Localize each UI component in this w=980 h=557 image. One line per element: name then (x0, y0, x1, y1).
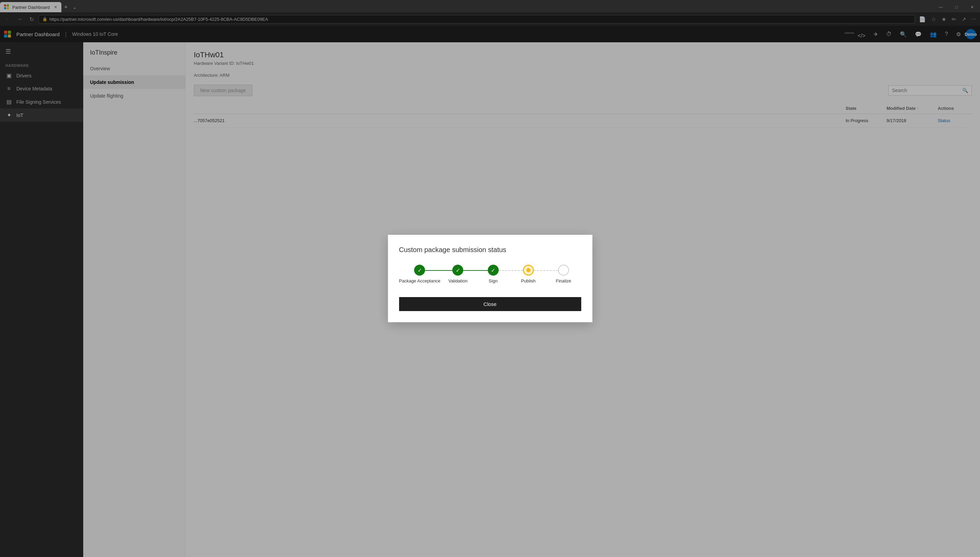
step-label-4: Publish (521, 278, 536, 283)
step-sign: ✓ Sign (475, 265, 511, 283)
step-circle-1: ✓ (414, 265, 425, 275)
step-circle-5 (558, 265, 569, 275)
step-label-1: Package Acceptance (399, 278, 440, 283)
step-package-acceptance: ✓ Package Acceptance (399, 265, 440, 283)
connector-4 (534, 270, 558, 271)
step-circle-3: ✓ (488, 265, 499, 275)
connector-3 (499, 270, 523, 271)
connector-2 (463, 270, 487, 271)
dialog-title: Custom package submission status (399, 246, 581, 254)
step-finalize: Finalize (546, 265, 581, 283)
dialog: Custom package submission status ✓ Packa… (388, 235, 593, 322)
step-label-3: Sign (489, 278, 498, 283)
step-circle-4 (523, 265, 534, 275)
step-label-5: Finalize (556, 278, 571, 283)
connector-1 (425, 270, 455, 271)
step-label-2: Validation (448, 278, 467, 283)
step-publish: Publish (511, 265, 546, 283)
step-circle-2: ✓ (452, 265, 463, 275)
close-dialog-btn[interactable]: Close (399, 297, 581, 311)
overlay[interactable]: Custom package submission status ✓ Packa… (0, 0, 980, 557)
progress-steps: ✓ Package Acceptance ✓ Validation ✓ Sign (399, 265, 581, 283)
step-validation: ✓ Validation (440, 265, 475, 283)
